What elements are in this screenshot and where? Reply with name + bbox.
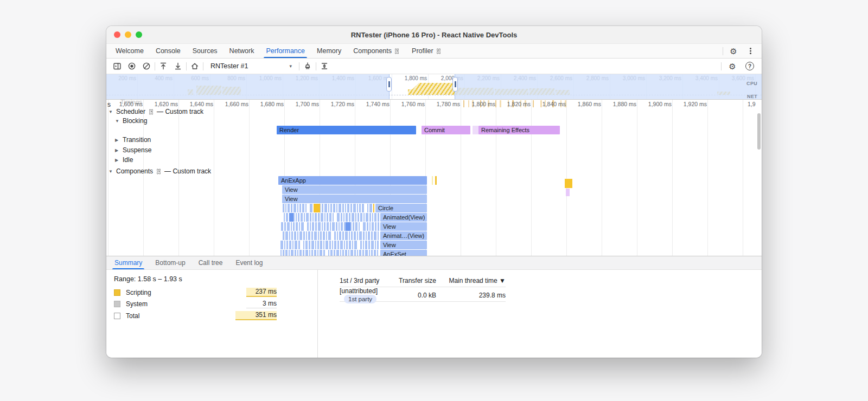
track-label-components[interactable]: ▼Components— Custom track [108, 167, 211, 175]
component-chip[interactable] [341, 222, 343, 231]
component-chip[interactable] [281, 222, 283, 231]
component-chip[interactable] [301, 213, 303, 222]
selection-handle-right[interactable] [452, 77, 458, 92]
selection-handle-left[interactable] [386, 77, 392, 92]
panel-settings-gear-icon[interactable]: ⚙ [726, 60, 739, 73]
flame-bar-commit[interactable]: Commit [422, 126, 470, 134]
component-chip[interactable] [350, 250, 353, 256]
flame-bar-remaining-effects[interactable]: Remaining Effects [478, 126, 560, 134]
component-chip[interactable] [342, 231, 344, 240]
component-chip[interactable] [328, 250, 329, 256]
component-chip[interactable] [345, 250, 347, 256]
component-chip[interactable] [372, 222, 374, 231]
component-chip[interactable] [348, 250, 349, 256]
component-chip[interactable] [315, 241, 316, 249]
component-chip[interactable] [305, 204, 307, 212]
track-label-transition[interactable]: ▶Transition [115, 136, 151, 144]
component-chip[interactable] [328, 231, 331, 240]
live-metrics-button[interactable] [188, 60, 201, 73]
component-chip[interactable] [343, 213, 344, 222]
component-chip[interactable] [303, 250, 304, 256]
vertical-scrollbar-thumb[interactable] [757, 113, 761, 150]
component-chip[interactable] [332, 222, 335, 231]
flame-special-chip[interactable] [373, 204, 374, 212]
minimize-window-button[interactable] [125, 31, 131, 38]
component-chip[interactable] [309, 241, 310, 249]
component-chip[interactable] [374, 213, 376, 222]
component-chip[interactable] [305, 241, 308, 249]
component-chip[interactable] [374, 231, 376, 240]
flame-bar[interactable] [473, 126, 478, 134]
component-chip[interactable] [286, 213, 288, 222]
flame-special-chip[interactable] [346, 222, 350, 231]
flame-bar-render[interactable]: Render [277, 126, 416, 134]
component-chip[interactable] [294, 231, 296, 240]
flame-chart[interactable]: Timings1,600 ms1,620 ms1,640 ms1,660 ms1… [106, 100, 762, 256]
component-chip[interactable] [363, 213, 365, 222]
component-chip[interactable] [358, 213, 359, 222]
component-chip[interactable] [336, 222, 337, 231]
component-chip[interactable] [336, 204, 337, 212]
component-chip[interactable] [306, 213, 309, 222]
save-profile-button[interactable] [171, 60, 184, 73]
load-profile-button[interactable] [157, 60, 170, 73]
component-chip[interactable] [375, 222, 376, 231]
component-chip[interactable] [355, 213, 356, 222]
component-chip[interactable] [378, 222, 379, 231]
component-chip[interactable] [340, 241, 343, 249]
component-chip[interactable] [308, 231, 310, 240]
component-chip[interactable] [340, 250, 341, 256]
flame-bar-view[interactable]: View [380, 241, 427, 249]
component-chip[interactable] [374, 250, 376, 256]
component-chip[interactable] [285, 250, 288, 256]
tab-welcome[interactable]: Welcome [110, 44, 150, 58]
expand-triangle-icon[interactable]: ▶ [115, 138, 120, 143]
component-chip[interactable] [291, 204, 292, 212]
track-label-blocking[interactable]: ▼Blocking [115, 117, 148, 125]
component-chip[interactable] [334, 241, 336, 249]
component-chip[interactable] [286, 241, 288, 249]
component-chip[interactable] [349, 231, 350, 240]
component-chip[interactable] [339, 204, 341, 212]
target-selector-dropdown[interactable]: RNTester #1 ▾ [205, 60, 297, 72]
flame-special-chip[interactable] [314, 204, 320, 212]
component-chip[interactable] [323, 250, 325, 256]
column-header-main-thread-time[interactable]: Main thread time ▼ [436, 277, 506, 284]
component-chip[interactable] [342, 204, 344, 212]
component-chip[interactable] [318, 222, 321, 231]
component-chip[interactable] [297, 231, 298, 240]
component-chip[interactable] [328, 204, 329, 212]
component-chip[interactable] [353, 222, 354, 231]
component-chip[interactable] [280, 250, 282, 256]
component-chip[interactable] [314, 231, 317, 240]
tab-components[interactable]: Components [347, 44, 406, 58]
component-chip[interactable] [354, 231, 356, 240]
component-chip[interactable] [350, 204, 352, 212]
component-chip[interactable] [322, 204, 323, 212]
component-chip[interactable] [354, 241, 357, 249]
component-chip[interactable] [299, 250, 302, 256]
component-chip[interactable] [362, 250, 364, 256]
component-chip[interactable] [297, 204, 298, 212]
component-chip[interactable] [363, 222, 366, 231]
component-chip[interactable] [326, 231, 327, 240]
component-chip[interactable] [368, 231, 370, 240]
component-chip[interactable] [365, 250, 368, 256]
garbage-collect-button[interactable] [301, 60, 314, 73]
component-chip[interactable] [289, 231, 290, 240]
component-chip[interactable] [341, 213, 342, 222]
component-chip[interactable] [310, 222, 311, 231]
component-chip[interactable] [309, 250, 310, 256]
zoom-window-button[interactable] [136, 31, 142, 38]
tab-network[interactable]: Network [224, 44, 260, 58]
component-chip[interactable] [289, 241, 291, 249]
component-chip[interactable] [369, 222, 371, 231]
component-chip[interactable] [327, 213, 328, 222]
component-chip[interactable] [349, 213, 350, 222]
component-chip[interactable] [314, 250, 316, 256]
track-label-scheduler[interactable]: ▼Scheduler— Custom track [108, 108, 203, 115]
component-chip[interactable] [363, 241, 364, 249]
component-chip[interactable] [351, 231, 353, 240]
component-chip[interactable] [369, 204, 372, 212]
flame-special-chip[interactable] [289, 213, 293, 222]
